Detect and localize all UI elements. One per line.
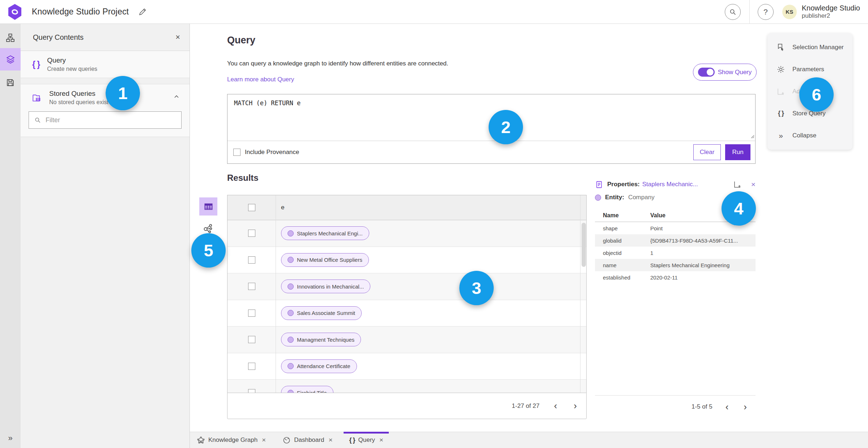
filter-search-icon xyxy=(34,116,41,124)
close-tab-button[interactable]: × xyxy=(379,436,383,444)
user-name: Knowledge Studio xyxy=(802,4,860,12)
row-checkbox[interactable] xyxy=(248,310,255,317)
toggle-switch-icon xyxy=(698,68,715,77)
tab-knowledge-graph[interactable]: Knowledge Graph × xyxy=(191,432,271,448)
avatar[interactable]: KS xyxy=(782,5,797,19)
close-icon: × xyxy=(379,436,383,444)
stored-queries-header[interactable]: Stored Queries No stored queries exist xyxy=(21,84,190,109)
tab-label: Query xyxy=(358,436,375,444)
query-editor-footer: Include Provenance Clear Run xyxy=(227,141,755,163)
entity-pill[interactable]: New Metal Office Suppliers xyxy=(281,253,369,267)
table-view-button[interactable] xyxy=(199,197,217,216)
menu-item-collapse[interactable]: » Collapse xyxy=(767,124,852,146)
header-divider xyxy=(749,0,750,24)
next-page-button[interactable]: › xyxy=(741,401,749,413)
property-value: Staplers Mechanical Engineering xyxy=(650,262,748,268)
callout-5: 5 xyxy=(191,233,226,268)
row-checkbox[interactable] xyxy=(248,256,255,264)
property-row: established 2020-02-11 xyxy=(595,271,756,283)
close-properties-button[interactable]: × xyxy=(751,180,756,189)
close-panel-button[interactable]: × xyxy=(175,33,180,41)
chevron-left-icon: ‹ xyxy=(554,400,557,411)
prev-page-button[interactable]: ‹ xyxy=(723,401,731,413)
select-all-checkbox[interactable] xyxy=(248,204,255,211)
prev-page-button[interactable]: ‹ xyxy=(552,400,559,411)
bottom-tab-bar: Knowledge Graph × Dashboard × { } Query … xyxy=(190,432,868,448)
save-icon xyxy=(6,78,15,87)
rail-item-hierarchy[interactable] xyxy=(0,27,21,48)
hierarchy-icon xyxy=(6,33,15,42)
chevron-right-icon: › xyxy=(574,400,577,411)
results-page-range: 1-27 of 27 xyxy=(512,402,540,410)
scrollbar-track[interactable] xyxy=(580,195,580,393)
results-table-header: e xyxy=(227,195,586,220)
entity-pill[interactable]: Firebird Title xyxy=(281,386,333,393)
query-item-title: Query xyxy=(47,56,97,64)
rail-item-save[interactable] xyxy=(0,72,21,93)
row-checkbox[interactable] xyxy=(248,230,255,237)
entity-dot-icon xyxy=(288,283,294,290)
user-block[interactable]: Knowledge Studio publisher2 xyxy=(802,4,860,20)
filter-input[interactable] xyxy=(46,116,176,124)
property-row: objectid 1 xyxy=(595,247,756,259)
menu-item-parameters[interactable]: Parameters xyxy=(767,58,852,80)
row-checkbox[interactable] xyxy=(248,363,255,370)
entity-pill[interactable]: Managment Techniques xyxy=(281,333,361,346)
add-item-icon xyxy=(776,87,785,96)
add-to-selection-button[interactable] xyxy=(733,180,742,189)
top-header: Knowledge Studio Project ? KS Knowledge … xyxy=(0,0,868,24)
entity-pill[interactable]: Innovations in Mechanical... xyxy=(281,280,370,293)
value-column-header: Value xyxy=(650,212,665,219)
row-checkbox[interactable] xyxy=(248,336,255,343)
close-icon: × xyxy=(262,436,266,444)
close-icon: × xyxy=(175,33,180,42)
table-icon xyxy=(204,202,213,212)
entity-pill[interactable]: Sales Associate Summit xyxy=(281,306,362,320)
panel-header: Query Contents × xyxy=(21,24,190,51)
callout-2: 2 xyxy=(489,110,523,144)
double-chevron-right-icon: » xyxy=(779,131,783,140)
entity-label: Entity: xyxy=(605,194,624,201)
edit-title-button[interactable] xyxy=(138,8,147,16)
properties-label: Properties: xyxy=(607,181,640,188)
callout-6: 6 xyxy=(799,77,834,112)
tab-dashboard[interactable]: Dashboard × xyxy=(277,432,338,448)
scrollbar-thumb[interactable] xyxy=(582,223,586,267)
properties-entity-link[interactable]: Staplers Mechanic... xyxy=(642,181,698,188)
menu-item-label: Selection Manager xyxy=(792,44,844,51)
app-logo-icon xyxy=(7,4,22,20)
close-tab-button[interactable]: × xyxy=(262,436,266,444)
close-tab-button[interactable]: × xyxy=(328,436,332,444)
expand-panel-button[interactable]: » xyxy=(0,434,21,443)
query-page-title: Query xyxy=(227,35,255,46)
gear-icon xyxy=(776,65,785,74)
clear-button[interactable]: Clear xyxy=(693,144,721,160)
run-button[interactable]: Run xyxy=(725,144,750,160)
query-item[interactable]: { } Query Create new queries xyxy=(21,51,190,78)
property-name: shape xyxy=(595,225,650,231)
resize-handle[interactable] xyxy=(749,133,754,140)
tab-query[interactable]: { } Query × xyxy=(344,432,388,448)
property-value: 2020-02-11 xyxy=(650,274,748,281)
properties-pagination: 1-5 of 5 ‹ › xyxy=(595,398,756,416)
project-title: Knowledge Studio Project xyxy=(32,7,129,17)
learn-more-link[interactable]: Learn more about Query xyxy=(227,76,294,83)
collapse-section-button[interactable] xyxy=(173,93,180,102)
search-button[interactable] xyxy=(725,4,741,20)
row-checkbox[interactable] xyxy=(248,283,255,290)
entity-pill[interactable]: Attendance Certificate xyxy=(281,359,357,373)
menu-item-selection-manager[interactable]: Selection Manager xyxy=(767,36,852,58)
entity-label: Attendance Certificate xyxy=(297,363,350,369)
tab-label: Dashboard xyxy=(294,436,324,444)
left-icon-rail: » xyxy=(0,24,21,448)
braces-icon: { } xyxy=(349,436,355,444)
entity-pill[interactable]: Staplers Mechanical Engi... xyxy=(281,226,369,240)
entity-label: Innovations in Mechanical... xyxy=(297,283,364,290)
property-value: {5D9B4713-F98D-4A53-A59F-C11... xyxy=(650,238,748,244)
next-page-button[interactable]: › xyxy=(571,400,579,411)
rail-item-layers[interactable] xyxy=(0,48,21,71)
help-button[interactable]: ? xyxy=(758,4,774,20)
include-provenance-checkbox[interactable] xyxy=(233,149,241,156)
show-query-toggle[interactable]: Show Query xyxy=(693,64,757,81)
chevron-right-icon: › xyxy=(744,401,747,413)
